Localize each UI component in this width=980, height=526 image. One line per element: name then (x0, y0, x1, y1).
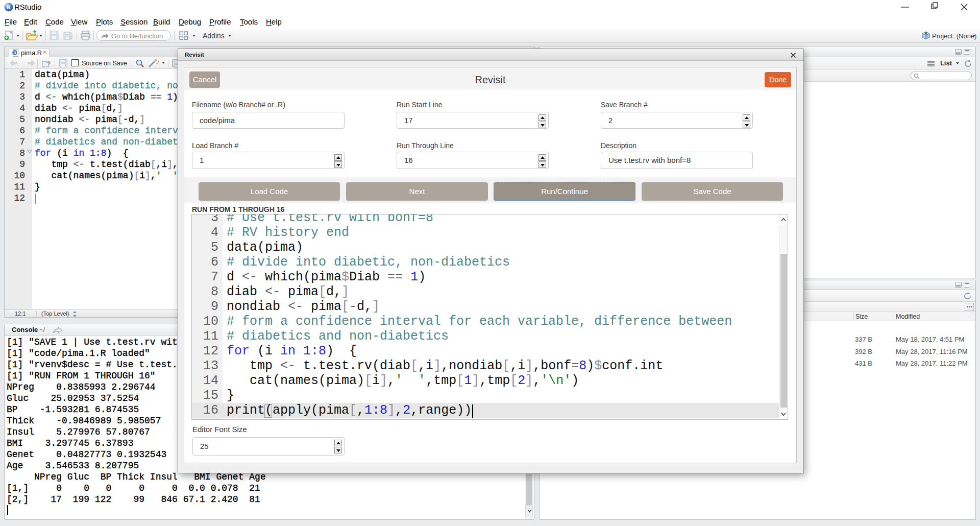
svg-text:R: R (13, 51, 16, 55)
svg-text:R: R (7, 4, 11, 10)
svg-text:R: R (925, 32, 927, 35)
